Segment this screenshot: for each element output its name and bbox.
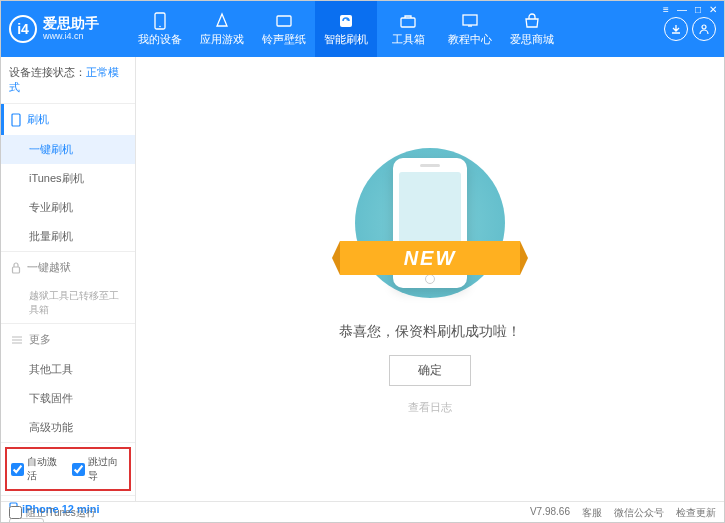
sidebar-item-other-tools[interactable]: 其他工具 xyxy=(1,355,135,384)
sidebar-item-download-firmware[interactable]: 下载固件 xyxy=(1,384,135,413)
app-url: www.i4.cn xyxy=(43,32,99,42)
sidebar-section-jailbreak[interactable]: 一键越狱 xyxy=(1,252,135,283)
logo-icon: i4 xyxy=(9,15,37,43)
phone-icon xyxy=(11,113,21,127)
footer-link-wechat[interactable]: 微信公众号 xyxy=(614,506,664,520)
connection-status: 设备连接状态：正常模式 xyxy=(1,57,135,104)
nav-media[interactable]: 铃声壁纸 xyxy=(253,1,315,57)
success-message: 恭喜您，保资料刷机成功啦！ xyxy=(339,323,521,341)
footer-link-update[interactable]: 检查更新 xyxy=(676,506,716,520)
svg-point-1 xyxy=(159,25,161,27)
skip-guide-checkbox[interactable]: 跳过向导 xyxy=(72,455,125,483)
toolbox-icon xyxy=(399,12,417,30)
nav-flash[interactable]: 智能刷机 xyxy=(315,1,377,57)
logo: i4 爱思助手 www.i4.cn xyxy=(9,15,129,43)
options-highlight-box: 自动激活 跳过向导 xyxy=(5,447,131,491)
sidebar-item-itunes-flash[interactable]: iTunes刷机 xyxy=(1,164,135,193)
top-nav: 我的设备 应用游戏 铃声壁纸 智能刷机 工具箱 教程中心 爱思商城 xyxy=(129,1,664,57)
main-content: NEW 恭喜您，保资料刷机成功啦！ 确定 查看日志 xyxy=(136,57,724,501)
svg-rect-3 xyxy=(340,15,352,27)
store-icon xyxy=(523,12,541,30)
apps-icon xyxy=(213,12,231,30)
ok-button[interactable]: 确定 xyxy=(389,355,471,386)
sidebar-item-batch-flash[interactable]: 批量刷机 xyxy=(1,222,135,251)
maximize-icon[interactable]: □ xyxy=(695,4,701,15)
flash-icon xyxy=(337,12,355,30)
footer-link-support[interactable]: 客服 xyxy=(582,506,602,520)
download-icon[interactable] xyxy=(664,17,688,41)
header-right xyxy=(664,17,716,41)
nav-apps[interactable]: 应用游戏 xyxy=(191,1,253,57)
tutorial-icon xyxy=(461,12,479,30)
svg-rect-7 xyxy=(12,114,20,126)
sidebar: 设备连接状态：正常模式 刷机 一键刷机 iTunes刷机 专业刷机 批量刷机 一… xyxy=(1,57,136,501)
svg-rect-8 xyxy=(13,267,20,273)
svg-rect-5 xyxy=(463,15,477,25)
sidebar-section-more[interactable]: 更多 xyxy=(1,324,135,355)
app-header: ≡ — □ ✕ i4 爱思助手 www.i4.cn 我的设备 应用游戏 铃声壁纸… xyxy=(1,1,724,57)
app-title: 爱思助手 xyxy=(43,16,99,31)
nav-my-device[interactable]: 我的设备 xyxy=(129,1,191,57)
more-icon xyxy=(11,335,23,345)
version-label: V7.98.66 xyxy=(530,506,570,520)
nav-store[interactable]: 爱思商城 xyxy=(501,1,563,57)
auto-activate-checkbox[interactable]: 自动激活 xyxy=(11,455,64,483)
new-ribbon: NEW xyxy=(340,241,520,275)
lock-icon xyxy=(11,262,21,274)
close-icon[interactable]: ✕ xyxy=(709,4,717,15)
sidebar-item-oneclick-flash[interactable]: 一键刷机 xyxy=(1,135,135,164)
nav-tutorial[interactable]: 教程中心 xyxy=(439,1,501,57)
svg-point-6 xyxy=(702,25,706,29)
jailbreak-note: 越狱工具已转移至工具箱 xyxy=(1,283,135,323)
device-icon xyxy=(151,12,169,30)
svg-rect-4 xyxy=(401,18,415,27)
sidebar-item-advanced[interactable]: 高级功能 xyxy=(1,413,135,442)
media-icon xyxy=(275,12,293,30)
window-controls: ≡ — □ ✕ xyxy=(663,4,717,15)
view-log-link[interactable]: 查看日志 xyxy=(408,400,452,415)
minimize-icon[interactable]: — xyxy=(677,4,687,15)
svg-rect-2 xyxy=(277,16,291,26)
menu-icon[interactable]: ≡ xyxy=(663,4,669,15)
sidebar-item-pro-flash[interactable]: 专业刷机 xyxy=(1,193,135,222)
nav-toolbox[interactable]: 工具箱 xyxy=(377,1,439,57)
user-icon[interactable] xyxy=(692,17,716,41)
success-illustration: NEW xyxy=(350,143,510,303)
sidebar-section-flash[interactable]: 刷机 xyxy=(1,104,135,135)
block-itunes-checkbox[interactable]: 阻止iTunes运行 xyxy=(9,506,96,520)
